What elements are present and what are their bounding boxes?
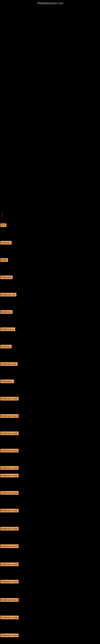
bottleneck-result-label-3: Bottle — [0, 258, 8, 262]
bottleneck-result-label-24: Bottleneck result — [0, 616, 19, 619]
bottleneck-result-label-13: Bottleneck result — [0, 432, 19, 435]
bottleneck-result-label-5: Bottleneck res — [0, 293, 16, 296]
bottleneck-result-label-11: Bottleneck result — [0, 397, 19, 400]
bottleneck-result-label-21: Bottleneck result — [0, 562, 19, 566]
bottleneck-result-label-14: Bottleneck result — [0, 449, 19, 452]
bottleneck-result-label-6: Bottleneck — [0, 310, 13, 314]
bottleneck-result-label-25: Bottleneck result — [0, 634, 19, 637]
bottleneck-result-label-4: Bottleneck — [0, 276, 13, 279]
bottleneck-result-label-8: Bottlenec — [0, 345, 12, 348]
bottleneck-result-label-19: Bottleneck result — [0, 527, 19, 530]
bottleneck-result-label-18: Bottleneck result — [0, 509, 19, 512]
bottleneck-result-label-20: Bottleneck result — [0, 544, 19, 548]
bottleneck-result-label-1: Bott — [0, 224, 6, 227]
bottleneck-result-label-22: Bottleneck result — [0, 580, 19, 584]
bottleneck-result-label-15: Bottleneck result — [0, 466, 19, 470]
bottleneck-result-label-7: Bottleneck re — [0, 328, 15, 331]
bottleneck-result-label-17: Bottleneck result — [0, 491, 19, 495]
bottleneck-result-label-2: Bottlenec — [0, 241, 12, 244]
bottleneck-result-label-23: Bottleneck result — [0, 598, 19, 602]
vertical-line — [1, 211, 2, 217]
bottleneck-result-label-9: Bottleneck resu — [0, 362, 18, 366]
bottleneck-result-label-10: Bottleneck r — [0, 380, 14, 383]
site-title: TheBottlenecker.com — [37, 2, 63, 5]
bottleneck-result-label-12: Bottleneck result — [0, 414, 19, 418]
bottleneck-result-label-16: Bottleneck result — [0, 474, 19, 477]
